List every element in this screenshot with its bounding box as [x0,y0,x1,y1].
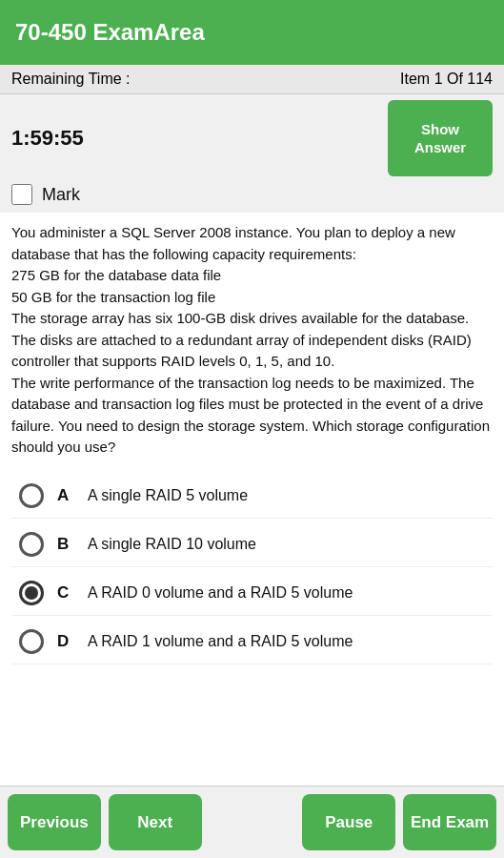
mark-row: Mark [0,180,504,213]
question-text: You administer a SQL Server 2008 instanc… [11,222,493,459]
countdown-timer: 1:59:55 [11,126,84,151]
answer-option-d[interactable]: DA RAID 1 volume and a RAID 5 volume [11,620,493,664]
answer-text-b: A single RAID 10 volume [88,533,256,556]
answer-option-c[interactable]: CA RAID 0 volume and a RAID 5 volume [11,571,493,616]
remaining-time-label: Remaining Time : [11,71,131,88]
show-answer-button[interactable]: Show Answer [388,100,493,176]
question-area: You administer a SQL Server 2008 instanc… [0,213,504,786]
answer-option-a[interactable]: AA single RAID 5 volume [11,474,493,519]
answer-letter-b: B [57,532,76,557]
app-title: 70-450 ExamArea [15,19,205,46]
info-bar: Remaining Time : Item 1 Of 114 [0,65,504,94]
pause-button[interactable]: Pause [302,794,395,850]
mark-checkbox[interactable] [11,184,32,205]
header: 70-450 ExamArea [0,0,504,65]
timer-row: 1:59:55 Show Answer [0,94,504,180]
radio-b [19,532,44,557]
answer-text-a: A single RAID 5 volume [88,484,248,507]
answers-container: AA single RAID 5 volumeBA single RAID 10… [11,474,493,664]
answer-letter-c: C [57,581,76,605]
mark-label[interactable]: Mark [42,185,80,205]
answer-option-b[interactable]: BA single RAID 10 volume [11,522,493,567]
next-button[interactable]: Next [109,794,202,850]
nav-spacer [206,786,299,858]
answer-letter-a: A [57,483,76,508]
answer-letter-d: D [57,629,76,654]
radio-c [19,581,44,605]
bottom-nav: Previous Next Pause End Exam [0,786,504,858]
answer-text-c: A RAID 0 volume and a RAID 5 volume [88,582,353,604]
radio-a [19,483,44,508]
answer-text-d: A RAID 1 volume and a RAID 5 volume [88,630,353,653]
end-exam-button[interactable]: End Exam [403,794,496,850]
previous-button[interactable]: Previous [8,794,101,850]
item-counter: Item 1 Of 114 [400,71,493,88]
radio-d [19,629,44,654]
